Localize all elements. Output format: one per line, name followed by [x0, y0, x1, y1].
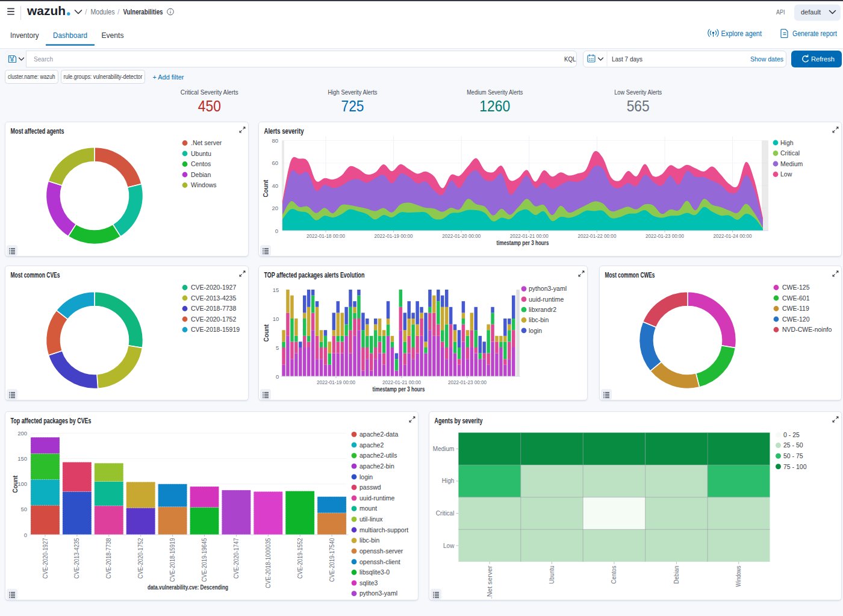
svg-text:rule.groups: vulnerability-det: rule.groups: vulnerability-detector — [64, 73, 143, 80]
svg-text:20: 20 — [272, 205, 278, 211]
svg-text:Most affected agents: Most affected agents — [11, 127, 64, 135]
svg-text:CVE-2019-19645: CVE-2019-19645 — [201, 538, 208, 582]
svg-text:Explore agent: Explore agent — [721, 30, 762, 38]
svg-text:CVE-2018-7738: CVE-2018-7738 — [191, 305, 236, 312]
svg-text:2022-01-21 00:00: 2022-01-21 00:00 — [382, 379, 421, 385]
svg-text:Medium Severity Alerts: Medium Severity Alerts — [467, 89, 523, 96]
svg-text:python3-yaml: python3-yaml — [359, 590, 397, 597]
svg-text:login: login — [359, 473, 373, 481]
svg-text:15: 15 — [273, 287, 279, 293]
svg-text:libsqlite3-0: libsqlite3-0 — [359, 568, 390, 576]
svg-text:CVE-2019-1552: CVE-2019-1552 — [297, 538, 303, 579]
svg-text:login: login — [529, 327, 542, 334]
svg-text:CVE-2020-1927: CVE-2020-1927 — [191, 284, 236, 291]
svg-text:Debian: Debian — [673, 565, 680, 583]
svg-text:.Net server: .Net server — [191, 139, 222, 146]
svg-text:Centos: Centos — [611, 565, 617, 583]
svg-text:openssh-client: openssh-client — [359, 558, 400, 565]
svg-text:CVE-2018-7738: CVE-2018-7738 — [105, 538, 112, 579]
svg-text:CVE-2013-4235: CVE-2013-4235 — [191, 294, 236, 302]
svg-text:High: High — [780, 139, 794, 146]
svg-text:NVD-CWE-noinfo: NVD-CWE-noinfo — [782, 326, 832, 333]
svg-text:2022-01-19 00:00: 2022-01-19 00:00 — [317, 379, 355, 385]
svg-text:Critical: Critical — [780, 149, 800, 157]
svg-text:50: 50 — [20, 506, 27, 512]
svg-text:wazuh: wazuh — [26, 4, 66, 17]
svg-text:Vulnerabilities: Vulnerabilities — [123, 8, 163, 16]
svg-text:Medium: Medium — [433, 446, 455, 452]
svg-text:200: 200 — [17, 430, 27, 437]
svg-text:apache2-utils: apache2-utils — [359, 452, 397, 459]
svg-text:Low Severity Alerts: Low Severity Alerts — [614, 89, 662, 96]
svg-text:Last 7 days: Last 7 days — [612, 55, 642, 63]
svg-text:50 - 75: 50 - 75 — [783, 452, 803, 459]
svg-text:2022-01-19 00:00: 2022-01-19 00:00 — [375, 232, 413, 239]
svg-text:CVE-2020-1927: CVE-2020-1927 — [42, 538, 49, 579]
svg-text:CVE-2020-1752: CVE-2020-1752 — [191, 316, 236, 323]
svg-text:util-linux: util-linux — [359, 515, 383, 523]
svg-text:Critical: Critical — [436, 510, 455, 517]
svg-text:0: 0 — [24, 532, 27, 538]
svg-text:CWE-125: CWE-125 — [782, 284, 810, 291]
svg-text:default: default — [801, 8, 821, 16]
svg-text:Low: Low — [443, 543, 455, 549]
svg-text:CWE-119: CWE-119 — [782, 305, 809, 312]
svg-text:CVE-2013-4235: CVE-2013-4235 — [73, 538, 80, 579]
svg-text:2022-01-18 00:00: 2022-01-18 00:00 — [306, 232, 345, 239]
svg-text:sqlite3: sqlite3 — [359, 579, 378, 586]
svg-text:timestamp per 3 hours: timestamp per 3 hours — [497, 240, 549, 246]
svg-text:100: 100 — [17, 481, 27, 487]
svg-text:TOP affected packages alerts E: TOP affected packages alerts Evolution — [264, 271, 365, 279]
svg-text:CVE-2018-15919: CVE-2018-15919 — [169, 538, 176, 582]
svg-text:/: / — [85, 8, 87, 16]
svg-text:Most common CWEs: Most common CWEs — [605, 271, 655, 279]
svg-text:KQL: KQL — [564, 55, 576, 63]
svg-text:2022-01-24 00:00: 2022-01-24 00:00 — [714, 232, 752, 239]
svg-text:Count: Count — [12, 475, 19, 493]
svg-text:565: 565 — [627, 97, 650, 115]
svg-text:libc-bin: libc-bin — [529, 316, 549, 323]
svg-text:2022-01-22 00:00: 2022-01-22 00:00 — [577, 232, 616, 239]
svg-text:multiarch-support: multiarch-support — [359, 526, 408, 534]
svg-text:Centos: Centos — [191, 160, 211, 167]
svg-text:CVE-2019-17540: CVE-2019-17540 — [329, 538, 335, 582]
svg-text:Inventory: Inventory — [10, 31, 39, 40]
svg-text:Refresh: Refresh — [811, 55, 835, 63]
svg-text:mount: mount — [359, 505, 377, 512]
svg-text:75 - 100: 75 - 100 — [783, 463, 807, 470]
svg-text:60: 60 — [272, 160, 278, 166]
svg-text:0: 0 — [276, 373, 279, 380]
svg-text:apache2-data: apache2-data — [359, 431, 398, 438]
svg-text:libc-bin: libc-bin — [359, 537, 379, 544]
svg-text:apache2-bin: apache2-bin — [359, 462, 394, 470]
svg-text:data.vulnerability.cve: Descen: data.vulnerability.cve: Descending — [148, 584, 228, 591]
svg-text:Agents by severity: Agents by severity — [435, 417, 483, 425]
svg-text:uuid-runtime: uuid-runtime — [359, 494, 395, 502]
svg-text:725: 725 — [341, 97, 364, 115]
svg-text:API: API — [776, 8, 785, 16]
svg-text:40: 40 — [272, 182, 278, 189]
svg-text:Generate report: Generate report — [792, 30, 837, 38]
svg-text:80: 80 — [272, 137, 278, 144]
svg-text:Modules: Modules — [91, 8, 115, 16]
svg-text:Low: Low — [780, 170, 792, 178]
svg-text:Most common CVEs: Most common CVEs — [11, 271, 60, 279]
svg-text:.Net server: .Net server — [487, 565, 493, 599]
svg-text:450: 450 — [198, 97, 221, 115]
svg-text:Medium: Medium — [780, 160, 803, 167]
svg-text:CVE-2018-1000035: CVE-2018-1000035 — [265, 538, 272, 588]
svg-text:passwd: passwd — [359, 484, 381, 491]
svg-text:CVE-2020-1752: CVE-2020-1752 — [137, 538, 144, 579]
svg-text:CWE-120: CWE-120 — [782, 316, 810, 323]
svg-text:2022-01-23 00:00: 2022-01-23 00:00 — [645, 232, 684, 239]
svg-text:CVE-2020-1747: CVE-2020-1747 — [233, 538, 240, 579]
svg-text:timestamp per 3 hours: timestamp per 3 hours — [373, 386, 425, 393]
svg-text:1260: 1260 — [479, 97, 510, 115]
svg-text:2022-01-21 00:00: 2022-01-21 00:00 — [510, 232, 549, 239]
svg-text:High: High — [442, 478, 455, 484]
svg-text:Ubuntu: Ubuntu — [191, 150, 211, 157]
svg-text:CVE-2018-15919: CVE-2018-15919 — [191, 326, 240, 333]
svg-text:Alerts severity: Alerts severity — [264, 127, 304, 135]
svg-text:5: 5 — [276, 344, 279, 351]
svg-text:0: 0 — [275, 228, 278, 234]
